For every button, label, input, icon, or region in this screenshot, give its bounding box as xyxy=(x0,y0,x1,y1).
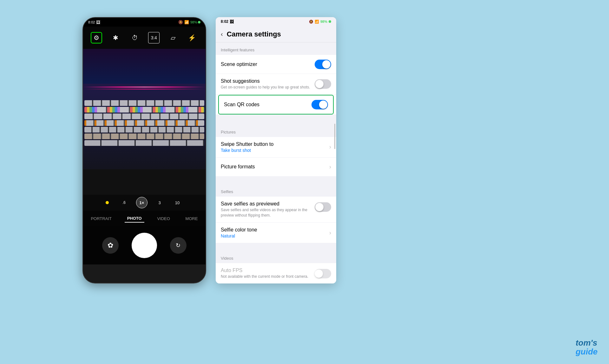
save-selfies-toggle[interactable] xyxy=(315,202,331,212)
kb-row-1 xyxy=(84,100,204,106)
swipe-shutter-value: Take burst shot xyxy=(221,148,329,153)
kb-glow-lines xyxy=(83,85,206,91)
swipe-shutter-title: Swipe Shutter button to xyxy=(221,141,329,147)
selfie-color-text: Selfie color tone Natural xyxy=(221,227,329,238)
camera-modes: PORTRAIT PHOTO VIDEO MORE xyxy=(83,211,206,226)
settings-panel: 8:02 🖼 🔕 📶 98% ‹ Camera settings Intelli… xyxy=(216,17,336,283)
settings-header: ‹ Camera settings xyxy=(216,26,336,42)
auto-fps-knob xyxy=(315,270,323,278)
camera-viewfinder xyxy=(83,49,206,195)
phone-mockup: 8:02 🖼 🔕 📶 98% ⚙ ✱ ⏱ 3:4 ▱ ⚡ xyxy=(82,17,206,283)
shot-suggestions-toggle[interactable] xyxy=(315,79,331,89)
kb-row-3 xyxy=(84,120,204,126)
battery-text: 98% xyxy=(190,20,197,24)
ratio-toolbar-icon[interactable]: 3:4 xyxy=(148,32,160,43)
battery-dot xyxy=(198,21,200,23)
settings-time: 8:02 xyxy=(221,19,228,24)
zoom-10[interactable]: 10 xyxy=(172,197,183,208)
picture-formats-title: Picture formats xyxy=(221,164,329,170)
shot-suggestions-knob xyxy=(315,80,324,88)
scene-optimizer-toggle[interactable] xyxy=(315,60,331,69)
photo-icon: 🖼 xyxy=(96,20,100,25)
pictures-card: Swipe Shutter button to Take burst shot … xyxy=(216,137,336,177)
camera-toolbar: ⚙ ✱ ⏱ 3:4 ▱ ⚡ xyxy=(83,27,206,49)
settings-battery: 98% xyxy=(320,20,327,23)
flash-toolbar-icon[interactable]: ⚡ xyxy=(187,32,198,43)
zoom-1x[interactable]: 1× xyxy=(136,197,147,208)
scene-optimizer-text: Scene optimizer xyxy=(221,62,315,67)
selfies-card: Save selfies as previewed Save selfies a… xyxy=(216,197,336,244)
settings-toolbar-icon[interactable]: ⚙ xyxy=(91,32,102,43)
scan-qr-toggle[interactable] xyxy=(311,100,328,109)
settings-photo-icon: 🖼 xyxy=(230,19,234,24)
save-selfies-subtitle: Save selfies and selfie videos as they a… xyxy=(221,207,311,218)
keyboard-rows xyxy=(83,98,206,148)
shot-suggestions-item[interactable]: Shot suggestions Get on-screen guides to… xyxy=(216,74,336,95)
kb-top-section xyxy=(83,49,206,84)
save-selfies-item[interactable]: Save selfies as previewed Save selfies a… xyxy=(216,197,336,223)
back-button[interactable]: ‹ xyxy=(221,30,223,38)
section-header-videos: Videos xyxy=(216,251,336,263)
swipe-shutter-text: Swipe Shutter button to Take burst shot xyxy=(221,141,329,153)
kb-row-4 xyxy=(84,127,204,133)
section-header-intelligent: Intelligent features xyxy=(216,42,336,55)
gap-3 xyxy=(216,243,336,251)
zoom-3[interactable]: 3 xyxy=(154,197,165,208)
watermark-line2: guide xyxy=(576,347,598,356)
shot-suggestions-text: Shot suggestions Get on-screen guides to… xyxy=(221,78,315,90)
scene-optimizer-item[interactable]: Scene optimizer xyxy=(216,55,336,74)
auto-fps-toggle xyxy=(315,269,331,278)
scan-qr-title: Scan QR codes xyxy=(224,102,311,107)
shutter-button[interactable] xyxy=(132,233,157,258)
kb-bottom xyxy=(83,169,206,195)
settings-battery-dot xyxy=(329,20,331,23)
mode-portrait[interactable]: PORTRAIT xyxy=(88,215,114,222)
shot-suggestions-title: Shot suggestions xyxy=(221,78,315,84)
zoom-indicator xyxy=(106,201,109,204)
phone-status-bar: 8:02 🖼 🔕 📶 98% xyxy=(83,18,206,27)
settings-title: Camera settings xyxy=(227,30,281,38)
effects-button[interactable]: ✿ xyxy=(102,237,119,254)
swipe-shutter-item[interactable]: Swipe Shutter button to Take burst shot … xyxy=(216,137,336,158)
auto-fps-item: Auto FPS Not available with the current … xyxy=(216,263,336,283)
glow-line-pink1 xyxy=(83,87,206,88)
kb-row-5 xyxy=(84,133,204,139)
shot-suggestions-subtitle: Get on-screen guides to help you line up… xyxy=(221,85,315,90)
scan-qr-item[interactable]: Scan QR codes xyxy=(218,95,334,114)
flip-camera-button[interactable]: ↻ xyxy=(170,237,187,254)
swipe-shutter-chevron: › xyxy=(329,144,331,150)
selfie-color-item[interactable]: Selfie color tone Natural › xyxy=(216,223,336,243)
scan-qr-knob xyxy=(319,101,327,109)
settings-status-bar: 8:02 🖼 🔕 📶 98% xyxy=(216,17,336,26)
settings-signal-icon: 📶 xyxy=(315,20,319,24)
settings-content[interactable]: Intelligent features Scene optimizer xyxy=(216,42,336,283)
bluetooth-toolbar-icon[interactable]: ✱ xyxy=(110,32,121,43)
kb-row-spacebar xyxy=(84,140,204,146)
picture-formats-text: Picture formats xyxy=(221,164,329,170)
kb-row-colored xyxy=(84,107,204,113)
shutter-row: ✿ ↻ xyxy=(83,226,206,264)
volume-icon: 🔕 xyxy=(178,20,183,24)
timer-toolbar-icon[interactable]: ⏱ xyxy=(129,32,141,43)
save-selfies-title: Save selfies as previewed xyxy=(221,201,311,207)
mode-more[interactable]: MORE xyxy=(183,215,200,222)
zoom-06[interactable]: .6 xyxy=(118,197,130,208)
signal-icon: 📶 xyxy=(184,20,189,24)
selfie-color-chevron: › xyxy=(329,230,331,236)
selfie-color-value: Natural xyxy=(221,233,329,238)
intelligent-features-card: Scene optimizer Shot suggestions Get on-… xyxy=(216,55,336,114)
section-header-selfies: Selfies xyxy=(216,184,336,197)
picture-formats-item[interactable]: Picture formats › xyxy=(216,158,336,177)
scene-optimizer-title: Scene optimizer xyxy=(221,62,315,67)
section-header-pictures: Pictures xyxy=(216,125,336,137)
mode-photo[interactable]: PHOTO xyxy=(125,215,144,223)
gap-1 xyxy=(216,117,336,125)
shape-toolbar-icon[interactable]: ▱ xyxy=(167,32,179,43)
gap-2 xyxy=(216,177,336,184)
settings-mute-icon: 🔕 xyxy=(309,20,313,24)
mode-video[interactable]: VIDEO xyxy=(154,215,172,222)
save-selfies-knob xyxy=(315,203,324,211)
phone-time: 8:02 xyxy=(88,20,95,24)
scrollbar[interactable] xyxy=(334,124,335,149)
auto-fps-subtitle: Not available with the current mode or f… xyxy=(221,274,315,279)
